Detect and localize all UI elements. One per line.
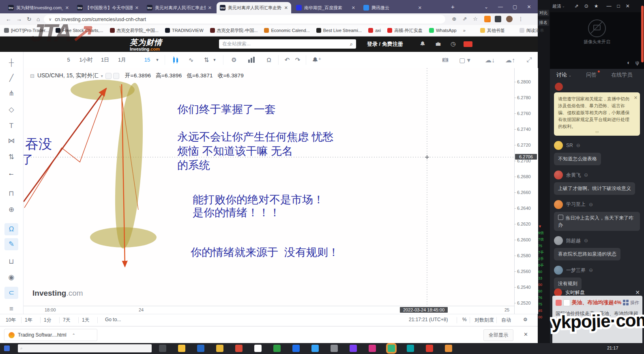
bookmark-item[interactable]: Best Live Streami... <box>316 28 362 33</box>
alert-bell-icon[interactable]: 🔔︎⁺ <box>311 55 322 65</box>
compare-scales-icon[interactable]: Ω <box>264 55 274 65</box>
timeframe-button[interactable]: 1月 <box>114 55 130 65</box>
tab-close-icon[interactable]: ✕ <box>65 5 69 11</box>
mute-icon[interactable]: ⊖ <box>584 172 588 178</box>
tab-close-icon[interactable]: ✕ <box>135 5 139 11</box>
browser-tab[interactable]: Inv【中国股市】今天中国股票✕ <box>74 2 142 13</box>
bookmark-star-icon[interactable]: ☆ <box>472 16 479 22</box>
bottom-gear-icon[interactable]: ⚙ <box>523 317 528 322</box>
bookmark-item[interactable]: 杰克交易学院-中国... <box>210 28 258 34</box>
browser-tab[interactable]: Inv美元对离岸人民币汇率走势✕ <box>217 2 291 13</box>
close-button[interactable]: ✕ <box>527 4 531 10</box>
reload-button[interactable]: ↻ <box>27 15 32 23</box>
download-bar-close-icon[interactable]: ✕ <box>524 331 528 337</box>
reading-list-item[interactable]: 阅读清单 <box>519 28 544 34</box>
settings-gear-icon[interactable]: ⚙ <box>229 55 239 65</box>
taskbar-app-icon[interactable] <box>445 345 452 352</box>
timeframe-button[interactable]: 5 <box>62 55 75 65</box>
bookmark-item[interactable]: [HOT!]Pro-Trader... <box>4 28 49 33</box>
trendline-tool[interactable]: ╱ <box>4 72 18 84</box>
forward-button[interactable]: → <box>16 15 22 23</box>
taskbar-clock[interactable]: 21:17 <box>607 345 618 350</box>
new-tab-button[interactable]: + <box>451 3 455 10</box>
site-search-input[interactable]: 在全站搜索... ⌕ <box>219 39 356 49</box>
other-bookmarks-folder[interactable]: 其他书签 <box>480 28 505 34</box>
tab-close-icon[interactable]: ✕ <box>208 5 212 11</box>
mute-icon[interactable]: ⊖ <box>584 238 588 243</box>
taskbar-app-icon[interactable] <box>388 345 395 352</box>
stream-close-icon[interactable]: ✕ <box>626 3 630 9</box>
compare-icon[interactable]: ⇅ <box>201 55 212 65</box>
bookmark-item[interactable]: TRADINGVIEW <box>165 28 204 33</box>
zoom-in-tool[interactable]: ⊕ <box>4 204 18 216</box>
snapshot-camera-button[interactable]: 📷︎ <box>437 54 453 66</box>
avatar[interactable] <box>554 171 563 179</box>
timeframe-button[interactable]: 1小时 <box>76 55 96 65</box>
stream-pin-icon[interactable]: ★ <box>594 3 599 9</box>
tab-qa[interactable]: 问答 <box>586 71 597 79</box>
stream-settings-icon[interactable]: ⊙ <box>584 3 588 9</box>
taskbar-app-icon[interactable] <box>159 345 166 352</box>
layers-tool[interactable]: ≡ <box>4 303 18 315</box>
maximize-button[interactable]: ▢ <box>513 4 517 10</box>
bookmarks-overflow-icon[interactable]: » <box>463 28 466 33</box>
legend-quick-icon-1[interactable] <box>105 73 112 79</box>
unlock-tool[interactable]: ⊔ <box>4 256 18 268</box>
bookmark-item[interactable]: Economic Calend... <box>264 28 309 33</box>
back-button[interactable]: ← <box>6 15 11 23</box>
range-button[interactable]: 7天 <box>63 317 71 324</box>
cloud-load-button[interactable]: ☁↓ <box>481 54 499 66</box>
notifications-bell-icon[interactable]: 🔔︎ <box>420 41 425 47</box>
price-axis[interactable]: 6.2706 6.28006.27806.27606.27406.27206.2… <box>514 68 538 314</box>
notice-close-icon[interactable]: ✕ <box>634 94 638 101</box>
cursor-arrow-tool[interactable]: ← <box>4 167 18 179</box>
taskbar-app-icon[interactable] <box>369 345 376 352</box>
download-item[interactable]: Trading Softwar....html ⌃ <box>4 329 97 341</box>
grid-icon[interactable] <box>623 300 629 305</box>
auto-scale-button[interactable]: 自动 <box>501 317 511 324</box>
extension-icon[interactable] <box>495 16 501 22</box>
mute-icon[interactable]: ⊖ <box>576 143 580 148</box>
tab-discussion[interactable]: 讨论 ⌄ <box>556 71 571 79</box>
flag-icon[interactable] <box>464 41 472 47</box>
pitchfork-tool[interactable]: ⋔ <box>4 87 18 100</box>
profile-avatar[interactable] <box>506 16 513 22</box>
taskbar-app-icon[interactable] <box>197 345 204 352</box>
url-field[interactable]: ∨ cn.investing.com/currencies/usd-cnh-ch… <box>44 15 445 23</box>
browser-menu-icon[interactable]: ⋮ <box>517 16 524 22</box>
time-axis[interactable]: 2022-03-24 18:45:00 18:002425 <box>24 306 514 314</box>
tab-close-icon[interactable]: ✕ <box>418 5 422 11</box>
range-button[interactable]: 1分 <box>44 317 52 324</box>
interval-selected[interactable]: 15 <box>142 55 152 65</box>
avatar[interactable] <box>554 200 563 209</box>
investing-logo[interactable]: 英为财情 Investing.com <box>130 37 162 51</box>
percent-scale-button[interactable]: % <box>462 317 467 322</box>
range-button[interactable]: 10年 <box>6 317 16 324</box>
goto-button[interactable]: Go to... <box>105 317 121 322</box>
text-tool[interactable]: T <box>4 120 18 132</box>
login-link[interactable]: 登录 / 免费注册 <box>367 41 403 48</box>
download-expand-icon[interactable]: ⌃ <box>72 333 75 337</box>
taskbar-app-icon[interactable] <box>216 345 223 352</box>
long-short-tool[interactable]: ⇅ <box>4 151 18 163</box>
quality-caret-icon[interactable]: ⌄ <box>562 4 565 8</box>
mute-icon[interactable]: ⊖ <box>589 267 593 273</box>
search-icon[interactable]: ⌕ <box>350 41 353 47</box>
range-button[interactable]: 1天 <box>82 317 90 324</box>
drawing-lock-tool[interactable]: ✎ <box>4 238 18 250</box>
timeframe-button[interactable]: 1日 <box>97 55 113 65</box>
portfolio-icon[interactable]: 💼︎ <box>435 41 441 47</box>
taskbar-app-icon[interactable] <box>235 345 243 352</box>
undo-icon[interactable]: ↶ <box>282 55 292 65</box>
show-all-downloads-button[interactable]: 全部显示 <box>483 329 513 341</box>
chart-pane[interactable]: ⊟ USD/CNH, 15, 实时外汇 ▾ 开=6.3896高=6.3896低=… <box>24 68 514 306</box>
bookmark-item[interactable]: Free Stock Charts,... <box>56 28 103 33</box>
notice-handle-icon[interactable]: ▭ <box>595 129 599 135</box>
taskbar-app-icon[interactable] <box>273 345 281 352</box>
log-scale-button[interactable]: 对数刻度 <box>474 317 494 324</box>
browser-tab[interactable]: 腾讯微云✕ <box>360 2 425 13</box>
metamask-extension-icon[interactable] <box>484 16 491 22</box>
minimize-button[interactable]: — <box>498 4 503 10</box>
taskbar-app-icon[interactable] <box>178 345 185 352</box>
site-info-icon[interactable]: ∨ <box>49 17 52 21</box>
